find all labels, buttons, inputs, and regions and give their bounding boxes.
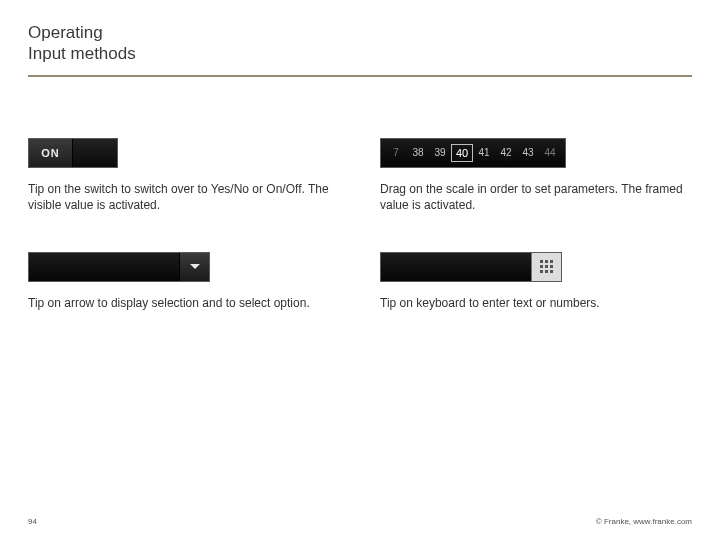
svg-rect-8 [550, 270, 553, 273]
svg-rect-5 [550, 265, 553, 268]
keyboard-input[interactable] [380, 252, 562, 282]
scale-caption: Drag on the scale in order to set parame… [380, 181, 692, 213]
scale-tick: 42 [495, 147, 517, 158]
scale-tick: 43 [517, 147, 539, 158]
horizontal-rule [28, 75, 692, 77]
copyright: © Franke, www.franke.com [596, 517, 692, 526]
svg-rect-0 [540, 260, 543, 263]
keypad-icon [539, 259, 555, 275]
footer: 94 © Franke, www.franke.com [28, 517, 692, 526]
svg-rect-3 [540, 265, 543, 268]
scale-tick-selected: 40 [451, 144, 473, 162]
title-line2: Input methods [28, 43, 692, 64]
cell-toggle: ON Tip on the switch to switch over to Y… [28, 137, 340, 213]
dropdown-select[interactable] [28, 252, 210, 282]
dropdown-caption: Tip on arrow to display selection and to… [28, 295, 340, 311]
on-off-toggle[interactable]: ON [28, 138, 118, 168]
scale-slider[interactable]: 7 38 39 40 41 42 43 44 [380, 138, 566, 168]
scale-tick: 39 [429, 147, 451, 158]
toggle-off-side [73, 139, 117, 167]
cell-keyboard: Tip on keyboard to enter text or numbers… [380, 251, 692, 311]
keyboard-button[interactable] [531, 253, 561, 281]
keyboard-field [381, 253, 531, 281]
scale-tick: 38 [407, 147, 429, 158]
toggle-on-label: ON [29, 139, 73, 167]
title-line1: Operating [28, 22, 692, 43]
svg-rect-7 [545, 270, 548, 273]
dropdown-arrow-button[interactable] [179, 253, 209, 281]
svg-rect-4 [545, 265, 548, 268]
scale-tick: 44 [539, 147, 561, 158]
cell-scale: 7 38 39 40 41 42 43 44 Drag on the scale… [380, 137, 692, 213]
page: Operating Input methods ON Tip on the sw… [0, 0, 720, 540]
keyboard-caption: Tip on keyboard to enter text or numbers… [380, 295, 692, 311]
svg-rect-6 [540, 270, 543, 273]
chevron-down-icon [189, 263, 201, 271]
scale-tick: 7 [385, 147, 407, 158]
svg-rect-2 [550, 260, 553, 263]
svg-rect-1 [545, 260, 548, 263]
input-methods-grid: ON Tip on the switch to switch over to Y… [28, 137, 692, 312]
dropdown-field [29, 253, 179, 281]
toggle-caption: Tip on the switch to switch over to Yes/… [28, 181, 340, 213]
cell-dropdown: Tip on arrow to display selection and to… [28, 251, 340, 311]
page-title: Operating Input methods [28, 22, 692, 65]
page-number: 94 [28, 517, 37, 526]
scale-tick: 41 [473, 147, 495, 158]
